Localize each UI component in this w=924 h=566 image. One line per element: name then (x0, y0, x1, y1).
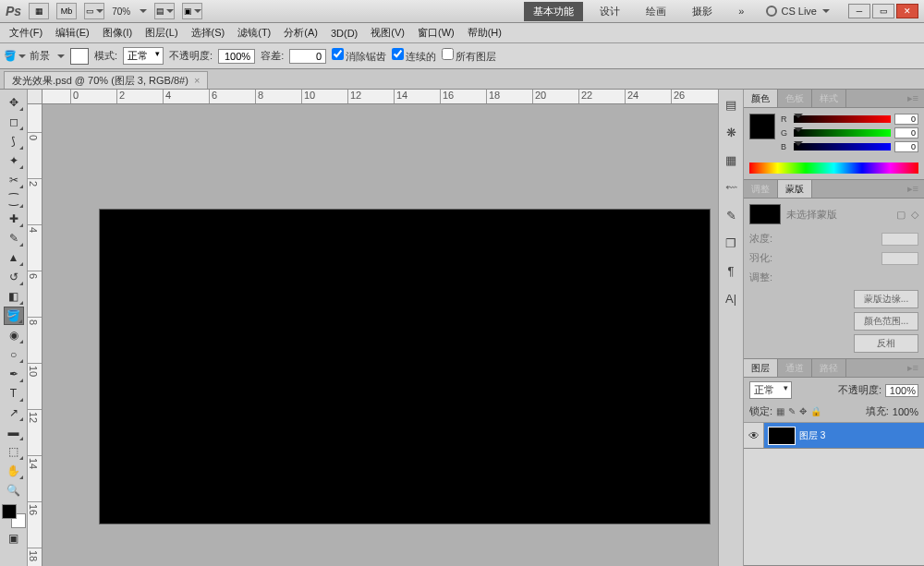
workspace-essentials[interactable]: 基本功能 (524, 2, 583, 21)
lock-all-icon[interactable]: 🔒 (810, 406, 821, 416)
eyedropper-tool[interactable]: ⁐ (4, 190, 24, 209)
ruler-vertical[interactable]: 024681012141618 (28, 104, 43, 566)
blend-mode-select[interactable]: 正常 (123, 47, 164, 65)
menu-edit[interactable]: 编辑(E) (50, 24, 95, 42)
green-value[interactable]: 0 (894, 127, 918, 138)
color-preview-swatch[interactable] (749, 114, 775, 139)
zoom-level[interactable]: 70% (112, 6, 130, 17)
pattern-swatch[interactable] (70, 48, 89, 65)
invert-button[interactable]: 反相 (854, 334, 918, 353)
blur-tool[interactable]: ◉ (4, 326, 24, 344)
document-tab[interactable]: 发光效果.psd @ 70% (图层 3, RGB/8#) × (4, 71, 208, 89)
red-value[interactable]: 0 (894, 114, 918, 125)
cslive-button[interactable]: CS Live (760, 6, 835, 17)
quickmask-tool[interactable]: ▣ (4, 529, 24, 548)
visibility-icon[interactable]: 👁 (744, 423, 764, 448)
zoom-dropdown-icon[interactable] (138, 6, 147, 16)
dodge-tool[interactable]: ○ (4, 345, 24, 364)
menu-image[interactable]: 图像(I) (97, 24, 138, 42)
maximize-button[interactable]: ▭ (872, 4, 894, 18)
styles-icon[interactable]: ▦ (722, 151, 740, 169)
brush-tool[interactable]: ✎ (4, 229, 24, 247)
workspace-painting[interactable]: 绘画 (637, 2, 675, 21)
marquee-tool[interactable]: ◻ (4, 113, 24, 131)
stamp-tool[interactable]: ▲ (4, 248, 24, 267)
menu-filter[interactable]: 滤镜(T) (232, 24, 276, 42)
color-panel-menu-icon[interactable]: ▸≡ (902, 90, 924, 107)
bucket-tool[interactable]: 🪣 (4, 307, 24, 325)
tolerance-input[interactable]: 0 (289, 49, 326, 64)
hue-ramp[interactable] (749, 163, 918, 174)
lock-transparency-icon[interactable]: ▦ (776, 406, 784, 416)
contiguous-check[interactable]: 连续的 (392, 48, 436, 64)
alllayers-check[interactable]: 所有图层 (442, 48, 496, 64)
path-tool[interactable]: ↗ (4, 403, 24, 422)
close-tab-icon[interactable]: × (194, 75, 200, 86)
tab-swatches[interactable]: 色板 (778, 90, 812, 107)
arrange-icon[interactable]: ▤ (154, 3, 175, 19)
minibridge-icon[interactable]: Mb (56, 3, 77, 19)
3d-tool[interactable]: ⬚ (4, 442, 24, 461)
type-tool[interactable]: T (4, 384, 24, 403)
move-tool[interactable]: ✥ (4, 93, 24, 112)
menu-view[interactable]: 视图(V) (365, 24, 410, 42)
lock-position-icon[interactable]: ✥ (799, 406, 807, 416)
eraser-tool[interactable]: ◧ (4, 287, 24, 306)
zoom-tool[interactable]: 🔍 (4, 481, 24, 500)
bucket-icon[interactable]: 🪣 (6, 48, 24, 65)
blue-value[interactable]: 0 (894, 141, 918, 152)
extras-icon[interactable]: ▣ (182, 3, 202, 19)
blue-slider[interactable] (794, 143, 891, 151)
fg-color-swatch[interactable] (2, 504, 17, 519)
close-button[interactable]: ✕ (896, 4, 918, 18)
mask-edge-button[interactable]: 蒙版边缘... (854, 290, 918, 308)
layers-panel-menu-icon[interactable]: ▸≡ (902, 359, 924, 377)
canvas[interactable] (100, 210, 710, 524)
pen-tool[interactable]: ✒ (4, 365, 24, 383)
shape-tool[interactable]: ▬ (4, 423, 24, 441)
screen-mode-icon[interactable]: ▭ (84, 3, 104, 19)
history-brush-tool[interactable]: ↺ (4, 268, 24, 286)
color-swatches[interactable] (2, 504, 26, 528)
color-range-button[interactable]: 颜色范围... (854, 312, 918, 331)
opacity-input[interactable]: 100% (218, 49, 255, 64)
tab-styles[interactable]: 样式 (812, 90, 846, 107)
layer-opacity-input[interactable]: 100% (885, 384, 918, 397)
lasso-tool[interactable]: ⟆ (4, 132, 24, 151)
menu-select[interactable]: 选择(S) (186, 24, 231, 42)
add-pixel-mask-icon[interactable]: ▢ (896, 209, 906, 221)
minimize-button[interactable]: ─ (848, 4, 870, 18)
tab-color[interactable]: 颜色 (744, 90, 778, 107)
brushpresets-icon[interactable]: ✎ (722, 206, 740, 224)
menu-help[interactable]: 帮助(H) (462, 24, 507, 42)
ruler-horizontal[interactable]: 02468101214161820222426 (43, 90, 718, 104)
canvas-area[interactable]: 02468101214161820222426 024681012141618 (28, 90, 718, 566)
hand-tool[interactable]: ✋ (4, 462, 24, 480)
crop-tool[interactable]: ✂ (4, 171, 24, 189)
red-slider[interactable] (794, 115, 891, 123)
menu-file[interactable]: 文件(F) (4, 24, 48, 42)
character-icon[interactable]: A| (722, 289, 740, 307)
paragraph-icon[interactable]: ¶ (722, 261, 740, 280)
workspace-photography[interactable]: 摄影 (683, 2, 722, 21)
add-vector-mask-icon[interactable]: ◇ (911, 209, 918, 221)
menu-window[interactable]: 窗口(W) (412, 24, 460, 42)
wand-tool[interactable]: ✦ (4, 151, 24, 170)
tab-adjustments[interactable]: 调整 (744, 180, 778, 198)
menu-3d[interactable]: 3D(D) (325, 26, 363, 41)
lock-pixels-icon[interactable]: ✎ (788, 406, 796, 416)
tab-masks[interactable]: 蒙版 (778, 180, 812, 198)
history-icon[interactable]: ▤ (722, 95, 740, 114)
layer-name[interactable]: 图层 3 (799, 429, 825, 442)
brush-panel-icon[interactable]: ⬳ (722, 178, 740, 197)
tab-channels[interactable]: 通道 (778, 359, 812, 377)
layer-row[interactable]: 👁 图层 3 (744, 423, 924, 449)
swatches-icon[interactable]: ❋ (722, 123, 740, 141)
layer-thumbnail[interactable] (768, 427, 796, 445)
layer-list[interactable]: 👁 图层 3 (744, 423, 924, 565)
mask-panel-menu-icon[interactable]: ▸≡ (902, 180, 924, 198)
bridge-icon[interactable]: ▦ (29, 3, 49, 19)
workspace-design[interactable]: 设计 (590, 2, 629, 21)
fill-input[interactable]: 100% (893, 406, 918, 417)
ruler-origin[interactable] (28, 90, 43, 104)
